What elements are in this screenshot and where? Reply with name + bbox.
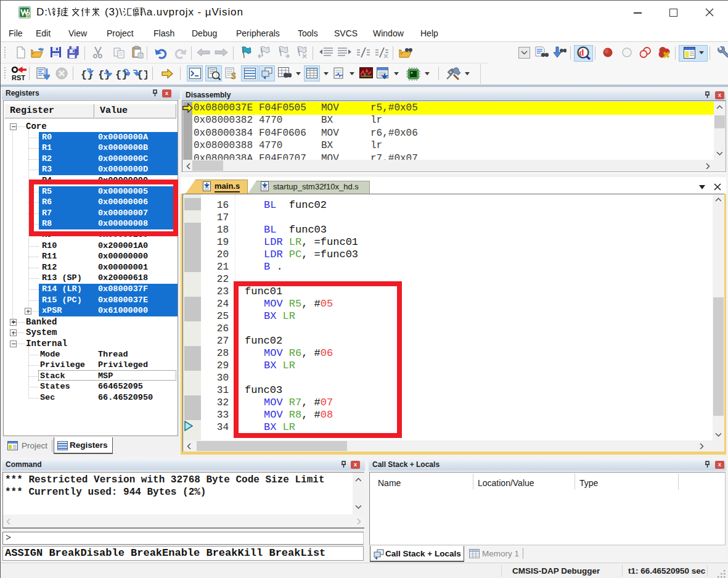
svg-text:{}: {} xyxy=(137,69,147,81)
svg-text:d: d xyxy=(579,48,584,57)
svg-text:S: S xyxy=(231,72,236,80)
svg-text:{}: {} xyxy=(115,69,128,81)
svg-text:RST: RST xyxy=(12,74,25,81)
svg-text:5: 5 xyxy=(26,13,29,19)
